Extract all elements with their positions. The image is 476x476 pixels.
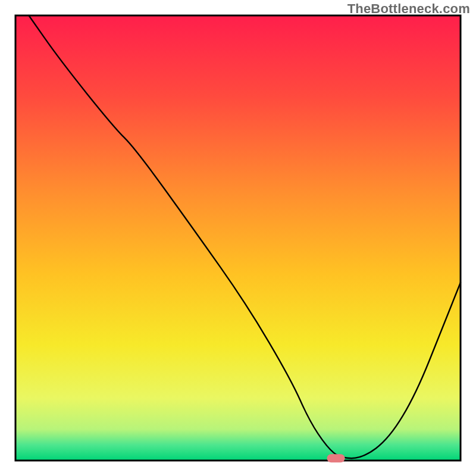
bottleneck-chart: TheBottleneck.com [0, 0, 476, 476]
optimal-point-marker [327, 454, 345, 462]
plot-background [15, 15, 461, 461]
watermark-text: TheBottleneck.com [347, 1, 470, 17]
chart-canvas [0, 0, 476, 476]
